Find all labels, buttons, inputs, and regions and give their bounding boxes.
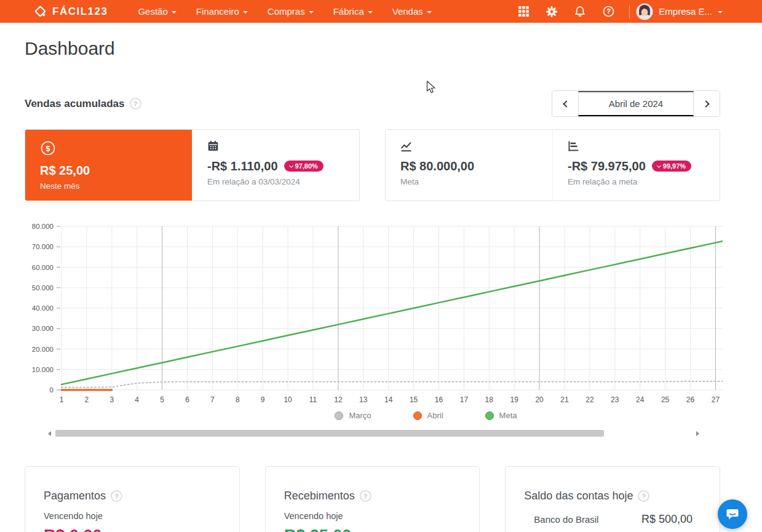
chevron-down-icon: [368, 11, 373, 14]
gear-icon: [546, 6, 558, 18]
kpi-label: Em relação a 03/03/2024: [207, 177, 344, 186]
sales-section-title: Vendas acumuladas ?: [25, 98, 141, 110]
kpi-value: R$ 80.000,00: [400, 159, 474, 173]
sales-line-chart[interactable]: 010.00020.00030.00040.00050.00060.00070.…: [25, 218, 723, 404]
chevron-down-icon: [718, 11, 723, 14]
sales-section-title-text: Vendas acumuladas: [25, 98, 125, 110]
svg-text:70.000: 70.000: [32, 243, 54, 250]
chevron-down-icon: [657, 163, 661, 167]
account-balance: R$ 500,00: [641, 513, 693, 526]
nav-menu-fabrica[interactable]: Fábrica: [323, 0, 383, 23]
chevron-right-icon: [702, 100, 709, 107]
apps-grid-icon: [518, 6, 530, 17]
help-icon[interactable]: ?: [638, 490, 649, 502]
settings-button[interactable]: [538, 0, 566, 23]
period-label[interactable]: Abril de 2024: [578, 91, 694, 116]
nav-menu-label: Compras: [268, 6, 305, 17]
card-value: R$ 25,00: [284, 526, 461, 532]
svg-text:22: 22: [585, 395, 594, 404]
card-saldo-contas[interactable]: Saldo das contas hoje ? Banco do Brasil …: [505, 466, 720, 532]
chart-legend: MarçoAbrilMeta: [25, 411, 723, 420]
svg-text:5: 5: [160, 395, 164, 404]
chevron-down-icon: [288, 163, 293, 167]
svg-text:4: 4: [135, 395, 139, 404]
nav-menu-compras[interactable]: Compras: [258, 0, 323, 23]
account-menu[interactable]: Empresa E...: [636, 3, 751, 20]
svg-text:21: 21: [560, 395, 569, 404]
chat-launcher-button[interactable]: [718, 499, 747, 529]
scrollbar-thumb[interactable]: [55, 430, 604, 437]
main-menu: Gestão Financeiro Compras Fábrica Vendas: [128, 0, 441, 23]
svg-text:25: 25: [661, 395, 670, 404]
legend-label: Março: [349, 411, 371, 420]
kpi-vs-previous[interactable]: -R$ 1.110,00 97,80% Em relação a 03/03/2…: [192, 130, 359, 200]
bar-chart-icon: [568, 140, 579, 152]
help-button[interactable]: ?: [594, 0, 623, 23]
legend-item[interactable]: Meta: [485, 411, 517, 420]
svg-text:$: $: [46, 145, 50, 153]
chevron-down-icon: [427, 11, 432, 14]
sales-section-header: Vendas acumuladas ? Abril de 2024: [25, 90, 720, 117]
kpi-delta-value: 99,97%: [663, 162, 686, 170]
help-icon[interactable]: ?: [130, 98, 141, 109]
legend-dot: [485, 411, 494, 420]
nav-menu-vendas[interactable]: Vendas: [383, 0, 442, 23]
card-recebimentos[interactable]: Recebimentos ? Vencendo hoje R$ 25,00: [265, 466, 480, 532]
card-title: Pagamentos ?: [44, 490, 221, 502]
brand-name: FÁCIL123: [52, 6, 108, 18]
svg-text:27: 27: [712, 395, 720, 404]
svg-text:80.000: 80.000: [32, 223, 54, 230]
help-icon[interactable]: ?: [111, 490, 122, 502]
svg-text:10: 10: [284, 395, 292, 404]
kpi-delta-badge: 97,80%: [284, 161, 323, 172]
svg-text:13: 13: [359, 395, 368, 404]
bell-icon: [574, 6, 586, 18]
kpi-current-month[interactable]: $ R$ 25,00 Neste mês: [25, 130, 192, 200]
help-icon[interactable]: ?: [360, 490, 371, 502]
svg-text:12: 12: [334, 395, 343, 404]
navbar-divider: [629, 5, 630, 18]
card-pagamentos[interactable]: Pagamentos ? Vencendo hoje R$ 0,00: [25, 466, 240, 532]
nav-menu-financeiro[interactable]: Financeiro: [186, 0, 258, 23]
next-period-button[interactable]: [694, 91, 720, 116]
summary-cards-row: Pagamentos ? Vencendo hoje R$ 0,00 Receb…: [25, 466, 720, 532]
calendar-icon: [207, 140, 219, 152]
kpi-card-group-meta: R$ 80.000,00 Meta -R$ 79.975,00 99,97% E…: [385, 129, 720, 201]
kpi-value: R$ 25,00: [40, 163, 90, 178]
legend-dot: [413, 411, 422, 420]
kpi-cards-row: $ R$ 25,00 Neste mês -R$ 1.110,00 97,80%…: [25, 129, 720, 201]
card-subtitle: Vencendo hoje: [284, 511, 461, 521]
help-circle-icon: ?: [602, 5, 615, 18]
svg-text:18: 18: [485, 395, 494, 404]
kpi-label: Meta: [400, 177, 538, 186]
svg-text:2: 2: [85, 395, 89, 404]
legend-item[interactable]: Abril: [413, 411, 443, 420]
svg-text:11: 11: [309, 395, 317, 404]
notifications-button[interactable]: [566, 0, 594, 23]
navbar-right: ? Empresa E...: [510, 0, 751, 23]
chevron-left-icon: [563, 100, 570, 107]
svg-text:8: 8: [236, 395, 240, 404]
kpi-vs-meta[interactable]: -R$ 79.975,00 99,97% Em relação a meta: [552, 130, 720, 200]
top-navbar: FÁCIL123 Gestão Financeiro Compras Fábri…: [0, 0, 762, 23]
legend-item[interactable]: Março: [335, 411, 371, 420]
scroll-left-arrow[interactable]: [48, 431, 51, 436]
apps-grid-button[interactable]: [510, 0, 538, 23]
kpi-value: -R$ 79.975,00: [568, 159, 646, 173]
kpi-label: Neste mês: [40, 181, 177, 191]
previous-period-button[interactable]: [552, 91, 578, 116]
card-subtitle: Vencendo hoje: [44, 511, 221, 521]
svg-text:23: 23: [611, 395, 619, 404]
card-title-text: Pagamentos: [44, 490, 106, 502]
scrollbar-track[interactable]: [55, 430, 693, 437]
page-title: Dashboard: [25, 38, 762, 60]
kpi-delta-badge: 99,97%: [652, 161, 691, 172]
scroll-right-arrow[interactable]: [696, 431, 699, 436]
brand-logo[interactable]: FÁCIL123: [34, 5, 108, 18]
svg-text:9: 9: [261, 395, 265, 404]
kpi-label: Em relação a meta: [568, 177, 705, 186]
nav-menu-gestao[interactable]: Gestão: [128, 0, 186, 23]
card-title: Saldo das contas hoje ?: [524, 490, 701, 502]
line-chart-icon: [400, 140, 412, 152]
kpi-meta[interactable]: R$ 80.000,00 Meta: [386, 130, 552, 200]
